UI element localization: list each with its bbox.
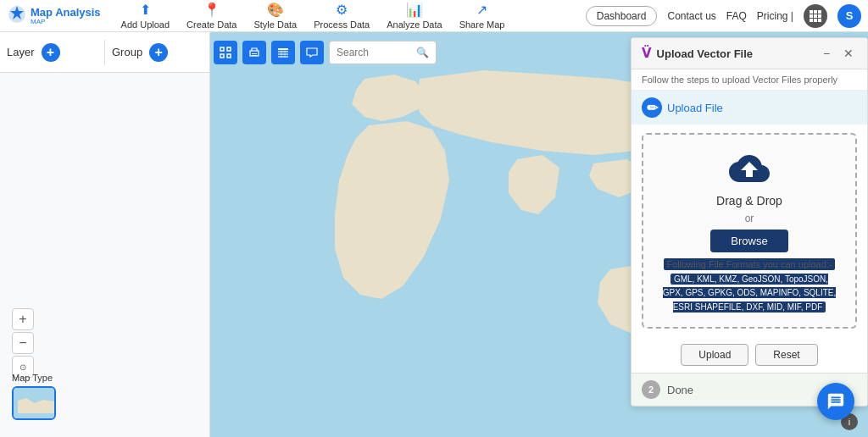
logo-text: Map Analysis bbox=[31, 7, 101, 18]
svg-rect-17 bbox=[252, 55, 257, 56]
drop-or-text: or bbox=[745, 213, 754, 224]
add-layer-button[interactable]: + bbox=[42, 43, 60, 62]
svg-rect-19 bbox=[278, 51, 288, 53]
svg-rect-10 bbox=[818, 19, 821, 22]
chat-bubble-button[interactable] bbox=[817, 383, 854, 420]
file-formats: Following File Formats you can upload:-G… bbox=[657, 257, 842, 313]
svg-rect-8 bbox=[810, 19, 813, 22]
svg-rect-21 bbox=[278, 56, 288, 58]
vector-icon: V̈ bbox=[642, 46, 652, 61]
upload-title: V̈ Upload Vector File bbox=[642, 46, 753, 61]
nav-analyze-data-label: Analyze Data bbox=[387, 19, 442, 30]
style-icon: 🎨 bbox=[267, 2, 284, 18]
close-button[interactable]: ✕ bbox=[840, 45, 857, 62]
analyze-icon: 📊 bbox=[406, 2, 423, 18]
contact-link[interactable]: Contact us bbox=[667, 10, 715, 22]
layer-label: Layer bbox=[7, 46, 35, 58]
svg-rect-11 bbox=[220, 47, 224, 51]
step2-circle: 2 bbox=[642, 380, 660, 399]
app-logo: Map Analysis MAP bbox=[7, 4, 101, 28]
upload-subtitle: Follow the steps to upload Vector Files … bbox=[632, 69, 867, 91]
upload-step1-row: ✏ Upload File bbox=[632, 91, 867, 124]
search-box[interactable]: 🔍 bbox=[329, 41, 437, 64]
zoom-controls: + − ⊙ bbox=[12, 308, 34, 378]
nav-share-map[interactable]: ↗ Share Map bbox=[453, 0, 512, 31]
svg-rect-4 bbox=[818, 10, 821, 14]
nav-create-data[interactable]: 📍 Create Data bbox=[180, 0, 243, 31]
svg-rect-9 bbox=[814, 19, 817, 22]
layer-group-bar: Layer + Group + bbox=[0, 32, 209, 73]
upload-button[interactable]: Upload bbox=[681, 344, 748, 366]
divider bbox=[104, 40, 105, 65]
svg-rect-18 bbox=[278, 48, 288, 50]
layer-button[interactable]: Layer + bbox=[7, 43, 97, 62]
svg-rect-3 bbox=[814, 10, 817, 14]
extent-button[interactable] bbox=[214, 41, 237, 64]
process-icon: ⚙ bbox=[336, 2, 348, 18]
comment-button[interactable] bbox=[300, 41, 324, 64]
dashboard-button[interactable]: Dashboard bbox=[586, 6, 658, 26]
map-toolbar: 🔍 bbox=[210, 37, 440, 68]
upload-panel: V̈ Upload Vector File − ✕ Follow the ste… bbox=[631, 37, 868, 407]
svg-rect-12 bbox=[227, 47, 231, 51]
cloud-upload-icon bbox=[729, 148, 770, 189]
reset-button[interactable]: Reset bbox=[755, 344, 817, 366]
upload-icon: ⬆ bbox=[140, 2, 151, 18]
svg-rect-14 bbox=[227, 54, 231, 58]
upload-header-buttons: − ✕ bbox=[818, 45, 857, 62]
zoom-out-button[interactable]: − bbox=[12, 332, 34, 354]
zoom-in-button[interactable]: + bbox=[12, 308, 34, 330]
svg-rect-13 bbox=[220, 54, 224, 58]
add-group-button[interactable]: + bbox=[149, 43, 168, 62]
upload-actions: Upload Reset bbox=[632, 337, 867, 373]
step2-label: Done bbox=[667, 384, 693, 396]
logo-sub: MAP bbox=[31, 18, 101, 25]
nav-analyze-data[interactable]: 📊 Analyze Data bbox=[380, 0, 448, 31]
nav-add-upload[interactable]: ⬆ Add Upload bbox=[114, 0, 177, 31]
nav-process-data-label: Process Data bbox=[314, 19, 370, 30]
create-icon: 📍 bbox=[203, 2, 220, 18]
map-type-panel: Map Type bbox=[12, 373, 56, 420]
share-icon: ↗ bbox=[476, 2, 487, 18]
upload-title-text: Upload Vector File bbox=[657, 47, 753, 60]
pricing-link[interactable]: Pricing | bbox=[757, 10, 793, 22]
svg-rect-5 bbox=[810, 14, 813, 18]
search-icon: 🔍 bbox=[416, 47, 429, 58]
nav-share-map-label: Share Map bbox=[459, 19, 505, 30]
svg-rect-7 bbox=[818, 14, 821, 18]
nav-create-data-label: Create Data bbox=[186, 19, 236, 30]
user-avatar[interactable]: S bbox=[837, 4, 861, 28]
top-navigation: Map Analysis MAP ⬆ Add Upload 📍 Create D… bbox=[0, 0, 868, 32]
minimize-button[interactable]: − bbox=[818, 45, 835, 62]
group-button[interactable]: Group + bbox=[112, 43, 203, 62]
step1-label[interactable]: Upload File bbox=[667, 102, 723, 114]
browse-button[interactable]: Browse bbox=[710, 230, 787, 252]
step1-circle: ✏ bbox=[642, 97, 662, 118]
print-button[interactable] bbox=[242, 41, 266, 64]
nav-process-data[interactable]: ⚙ Process Data bbox=[307, 0, 376, 31]
table-button[interactable] bbox=[271, 41, 295, 64]
nav-style-data-label: Style Data bbox=[253, 19, 297, 30]
drop-text: Drag & Drop bbox=[716, 194, 782, 207]
nav-add-upload-label: Add Upload bbox=[121, 19, 170, 30]
map-type-thumbnail[interactable] bbox=[12, 386, 56, 420]
drop-zone[interactable]: Drag & Drop or Browse Following File For… bbox=[642, 133, 857, 329]
grid-icon[interactable] bbox=[804, 4, 827, 28]
upload-header: V̈ Upload Vector File − ✕ bbox=[632, 38, 867, 69]
svg-rect-16 bbox=[252, 53, 257, 54]
svg-rect-2 bbox=[810, 10, 813, 14]
faq-link[interactable]: FAQ bbox=[726, 10, 747, 22]
search-input[interactable] bbox=[337, 47, 413, 58]
svg-rect-6 bbox=[814, 14, 817, 18]
svg-rect-20 bbox=[278, 53, 288, 55]
nav-style-data[interactable]: 🎨 Style Data bbox=[247, 0, 303, 31]
pencil-icon: ✏ bbox=[647, 100, 658, 116]
map-type-label: Map Type bbox=[12, 373, 56, 383]
group-label: Group bbox=[112, 46, 142, 58]
nav-right-section: Dashboard Contact us FAQ Pricing | S bbox=[586, 4, 861, 28]
